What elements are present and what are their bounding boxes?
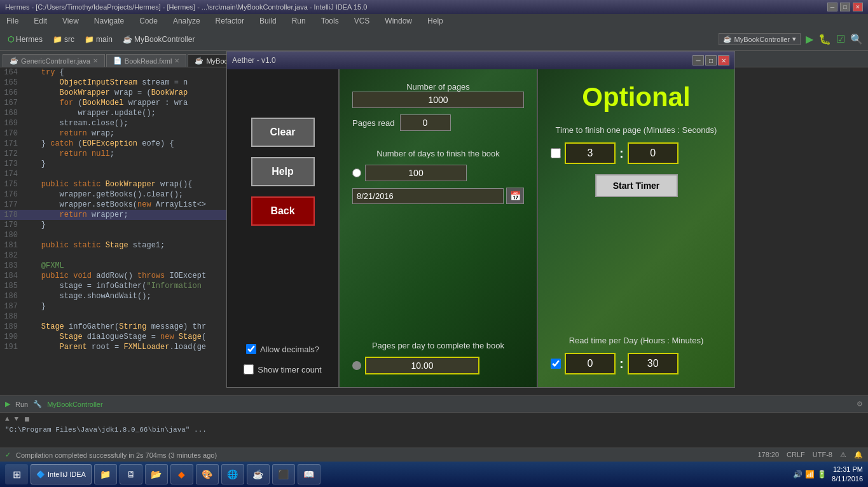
clear-button[interactable]: Clear [251,118,315,147]
start-button[interactable]: ⊞ [5,464,28,484]
taskbar-app-3[interactable]: 🖥 [120,464,142,484]
read-hours-input[interactable] [565,353,616,374]
code-line-167: 167 for (BookModel wrapper : wra [0,98,229,108]
menu-edit[interactable]: Edit [30,15,51,27]
code-line-165: 165 ObjectInputStream stream = n [0,78,229,88]
code-line-182: 182 [0,250,229,261]
pages-input[interactable] [352,92,524,108]
aether-close-btn[interactable]: ✕ [718,55,729,65]
run-project: MyBookController [47,401,102,408]
taskbar-app-8[interactable]: ☕ [247,464,270,484]
code-line-191: 191 Parent root = FXMLLoader.load(ge [0,342,229,352]
code-line-181: 181 public static Stage stage1; [0,240,229,250]
calendar-button[interactable]: 📅 [506,188,524,204]
run-config-label: MyBookController [734,36,790,43]
menu-build[interactable]: Build [256,15,280,27]
aether-minimize-btn[interactable]: ─ [692,55,704,65]
tab-generic-controller[interactable]: ☕ GenericController.java ✕ [3,54,105,67]
menu-help[interactable]: Help [424,15,447,27]
window-controls: ─ □ ✕ [827,3,863,11]
code-line-187: 187 } [0,301,229,312]
show-timer-row: Show timer count [244,364,321,374]
pages-per-day-radio[interactable] [352,361,361,370]
code-line-171: 171 } catch (EOFException eofe) { [0,139,229,149]
pages-per-day-input[interactable] [365,357,479,374]
run-settings-icon[interactable]: ⚙ [857,400,863,408]
taskbar-app-5[interactable]: ◆ [170,464,193,484]
status-right: 178:20 CRLF UTF-8 ⚠ 🔔 [757,451,863,459]
run-button[interactable]: ▶ [806,33,813,45]
toolbar-controller[interactable]: ☕ MyBookController [120,34,197,45]
read-time-label: Read time per Day (Hours : Minutes) [551,336,722,345]
time-checkbox[interactable] [551,148,561,158]
taskbar-app-2[interactable]: 📁 [94,464,117,484]
taskbar-app-intellij[interactable]: 🔷 IntelliJ IDEA [31,464,92,484]
tab-close-bookread[interactable]: ✕ [174,57,179,64]
menu-navigate[interactable]: Navigate [90,15,128,27]
window-title: Hermes - [C:/Users/Timothy/IdeaProjects/… [5,3,367,11]
menu-run[interactable]: Run [288,15,310,27]
read-time-checkbox[interactable] [551,359,561,369]
debug-button[interactable]: 🐛 [818,33,831,45]
toolbar: ⬡ Hermes 📁 src 📁 main ☕ MyBookController… [0,28,868,51]
time-minutes-input[interactable] [565,142,616,164]
console-down-btn[interactable]: ▼ [15,415,19,423]
allow-decimals-checkbox[interactable] [246,344,256,354]
close-button[interactable]: ✕ [853,3,863,11]
run-bar: ▶ Run 🔧 MyBookController ⚙ [0,395,868,412]
start-timer-button[interactable]: Start Timer [595,174,678,197]
taskbar-app-10[interactable]: 📖 [298,464,320,484]
console-up-btn[interactable]: ▲ [5,415,10,423]
time-seconds-input[interactable] [628,142,679,164]
days-radio[interactable] [352,168,361,177]
menu-vcs[interactable]: VCS [350,15,374,27]
menu-tools[interactable]: Tools [317,15,343,27]
taskbar-app-9[interactable]: ⬛ [272,464,295,484]
run-config-selector[interactable]: ☕ MyBookController ▾ [719,33,801,45]
encoding: UTF-8 [813,451,832,459]
help-button[interactable]: Help [251,157,315,186]
aether-title-controls: ─ □ ✕ [692,55,729,65]
pages-read-input[interactable] [400,114,451,131]
code-line-170: 170 return wrap; [0,128,229,139]
menu-analyze[interactable]: Analyze [169,15,204,27]
console-stop-btn[interactable]: ⏹ [24,415,31,423]
taskbar-left: ⊞ 🔷 IntelliJ IDEA 📁 🖥 📂 ◆ 🎨 🌐 ☕ ⬛ 📖 [5,464,320,484]
tab-book-read[interactable]: 📄 BookRead.fxml ✕ [106,54,187,67]
toolbar-hermes[interactable]: ⬡ Hermes [5,34,45,45]
taskbar-app-7[interactable]: 🌐 [221,464,244,484]
read-minutes-input[interactable] [628,353,679,374]
aether-maximize-btn[interactable]: □ [705,55,717,65]
pages-read-label: Pages read [352,118,395,128]
taskbar-app-6[interactable]: 🎨 [196,464,219,484]
show-timer-checkbox[interactable] [244,364,254,374]
menu-window[interactable]: Window [381,15,416,27]
date-input[interactable] [352,188,504,204]
warnings-icon: ⚠ [840,451,846,459]
show-timer-label: Show timer count [258,365,321,374]
coverage-button[interactable]: ☑ [836,33,845,45]
code-line-175: 175 public static BookWrapper wrap(){ [0,179,229,189]
code-line-188: 188 [0,312,229,322]
taskbar-app-4[interactable]: 📂 [145,464,168,484]
menu-code[interactable]: Code [135,15,162,27]
code-line-189: 189 Stage infoGather(String message) thr [0,322,229,332]
code-line-185: 185 stage = infoGather("Information [0,281,229,291]
code-editor[interactable]: 164 try { 165 ObjectInputStream stream =… [0,67,229,353]
tab-close-generic[interactable]: ✕ [93,57,98,64]
aether-middle-panel: Number of pages Pages read Number of day… [340,69,537,387]
minimize-button[interactable]: ─ [827,3,837,11]
search-button[interactable]: 🔍 [850,33,863,45]
taskbar-clock[interactable]: 12:31 PM 8/11/2016 [832,465,863,484]
menu-view[interactable]: View [59,15,83,27]
back-button[interactable]: Back [251,196,315,226]
code-line-180: 180 [0,230,229,240]
days-input[interactable] [365,165,467,181]
taskbar: ⊞ 🔷 IntelliJ IDEA 📁 🖥 📂 ◆ 🎨 🌐 ☕ ⬛ 📖 🔊 📶 … [0,462,868,487]
menu-refactor[interactable]: Refactor [212,15,248,27]
toolbar-src[interactable]: 📁 src [50,34,77,45]
code-line-186: 186 stage.showAndWait(); [0,291,229,301]
toolbar-main[interactable]: 📁 main [82,34,115,45]
maximize-button[interactable]: □ [840,3,850,11]
menu-file[interactable]: File [3,15,22,27]
